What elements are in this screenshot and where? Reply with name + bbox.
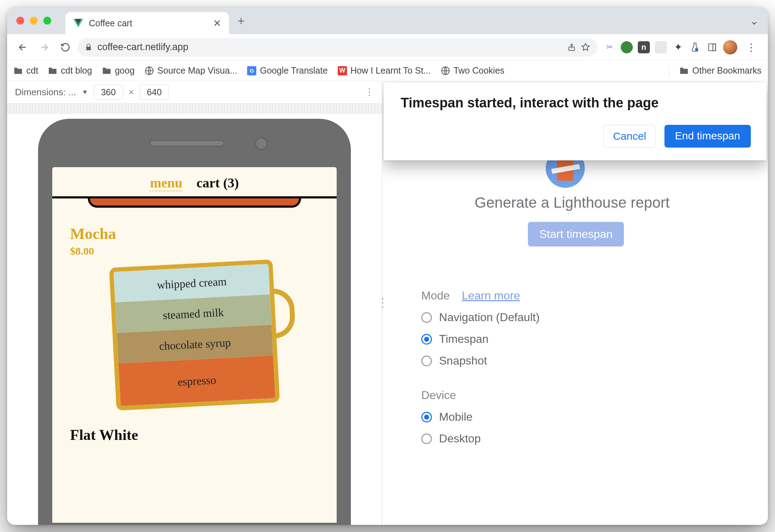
browser-tab[interactable]: Coffee cart ✕ [65,12,229,34]
tabs-dropdown-button[interactable]: ⌄ [746,15,762,27]
device-stage: menu cart (3) Mocha $8.00 [7,114,382,525]
nav-menu-link[interactable]: menu [150,175,182,191]
bookmark-two-cookies[interactable]: Two Cookies [441,65,504,76]
product-mocha: Mocha $8.00 whipped cream steamed milk c… [52,208,337,406]
dimensions-label[interactable]: Dimensions: ... [15,87,76,98]
mode-section-label: Mode Learn more [421,289,768,302]
address-bar: coffee-cart.netlify.app ✂ n ✦ [7,34,768,60]
extensions-puzzle-icon[interactable]: ✦ [672,41,684,53]
folder-icon [102,67,111,75]
extensions-row: ✂ n ✦ ⋮ [604,40,761,54]
other-bookmarks-folder[interactable]: Other Bookmarks [679,65,761,76]
browser-window: Coffee cart ✕ ＋ ⌄ coffee-cart.netlify.ap… [7,7,768,525]
close-tab-button[interactable]: ✕ [213,17,221,29]
app-nav: menu cart (3) [52,167,337,195]
minimize-window-button[interactable] [30,17,38,25]
nav-cart-link[interactable]: cart (3) [197,175,239,191]
phone-screen: menu cart (3) Mocha $8.00 [52,167,337,523]
bookmark-how-i-learnt[interactable]: W How I Learnt To St... [338,65,431,76]
bookmark-folder-cdt[interactable]: cdt [14,65,38,76]
omnibox[interactable]: coffee-cart.netlify.app [78,38,597,57]
end-timespan-button[interactable]: End timespan [664,125,751,148]
product-title: Mocha [70,225,319,243]
forward-button[interactable] [35,38,53,57]
device-section-label: Device [421,389,768,402]
w-icon: W [338,66,347,75]
reading-list-icon[interactable] [706,41,718,53]
extension-scissors-icon[interactable]: ✂ [604,41,616,53]
window-controls [16,17,51,25]
phone-frame: menu cart (3) Mocha $8.00 [38,119,351,525]
dimension-x: × [129,87,134,98]
bookmark-source-map[interactable]: Source Map Visua... [145,65,237,76]
mode-snapshot-radio[interactable]: Snapshot [421,354,768,367]
dialog-title: Timespan started, interact with the page [401,95,751,111]
device-kebab-menu[interactable]: ⋮ [365,87,374,98]
folder-icon [48,67,57,75]
product-price: $8.00 [70,245,319,257]
device-viewport-panel: Dimensions: ... ▼ × ⋮ menu cart (3) [7,81,382,525]
svg-rect-5 [713,44,716,51]
radio-icon [421,312,432,323]
devtools-lighthouse-panel: Generate a Lighthouse report Start times… [382,81,768,525]
bookmark-folder-goog[interactable]: goog [102,65,135,76]
divider [669,65,669,77]
url-text: coffee-cart.netlify.app [97,42,188,53]
bookmark-folder-cdt-blog[interactable]: cdt blog [48,65,92,76]
profile-avatar[interactable] [723,40,737,54]
timespan-dialog: Timespan started, interact with the page… [384,83,766,160]
kebab-menu-button[interactable]: ⋮ [742,41,760,53]
titlebar: Coffee cart ✕ ＋ ⌄ [7,7,768,34]
folder-icon [679,67,689,75]
close-window-button[interactable] [16,17,24,25]
cancel-button[interactable]: Cancel [603,125,656,148]
back-button[interactable] [14,38,32,57]
device-desktop-radio[interactable]: Desktop [421,432,768,445]
svg-rect-4 [709,44,716,51]
device-toolbar: Dimensions: ... ▼ × ⋮ [7,81,382,103]
chevron-down-icon[interactable]: ▼ [82,89,88,96]
globe-icon [441,66,450,75]
radio-icon [421,334,432,345]
cup-illustration[interactable]: whipped cream steamed milk chocolate syr… [113,264,276,406]
learn-more-link[interactable]: Learn more [462,289,520,302]
ruler [7,103,382,114]
bookmark-star-icon[interactable] [581,43,590,52]
extension-green-icon[interactable] [621,41,633,53]
radio-icon [421,412,432,422]
bookmark-google-translate[interactable]: G Google Translate [247,65,327,76]
height-input[interactable] [140,85,169,100]
tab-title: Coffee cart [89,18,207,28]
decorative-notch [88,198,301,208]
reload-button[interactable] [56,38,75,57]
radio-icon [421,433,432,444]
phone-camera [255,137,268,150]
bookmarks-bar: cdt cdt blog goog Source Map Visua... G … [7,60,768,81]
width-input[interactable] [94,85,123,100]
extension-labs-icon[interactable] [689,41,701,53]
mode-navigation-radio[interactable]: Navigation (Default) [421,311,768,324]
phone-speaker [150,140,224,147]
new-tab-button[interactable]: ＋ [232,11,250,30]
globe-icon [145,66,154,75]
lighthouse-heading: Generate a Lighthouse report [475,194,768,211]
zoom-window-button[interactable] [43,17,51,25]
mode-timespan-radio[interactable]: Timespan [421,332,768,346]
lock-icon [85,43,92,51]
cup-layer: espresso [118,355,276,406]
extension-grid-icon[interactable] [655,41,667,53]
device-mobile-radio[interactable]: Mobile [421,410,768,424]
translate-icon: G [247,66,256,75]
radio-icon [421,356,432,366]
svg-point-3 [695,48,698,51]
start-timespan-button[interactable]: Start timespan [528,222,624,246]
content-area: Dimensions: ... ▼ × ⋮ menu cart (3) [7,81,768,525]
extension-notion-icon[interactable]: n [638,41,650,53]
share-icon[interactable] [567,43,576,52]
vue-icon [73,19,83,27]
product-title: Flat White [52,406,337,443]
folder-icon [14,67,23,75]
